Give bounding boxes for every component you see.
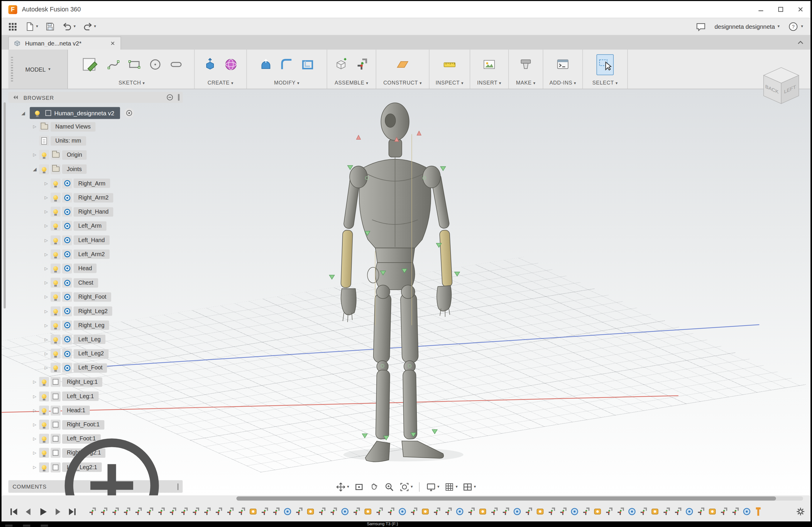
caret-down-icon[interactable]: ▾ [474, 485, 476, 489]
fillet-button[interactable] [278, 54, 295, 75]
timeline-op-joint[interactable] [662, 507, 671, 516]
tree-item-left-arm2[interactable]: ▷Left_Arm2 [8, 247, 186, 261]
tree-item-left-leg2[interactable]: ▷Left_Leg2 [8, 346, 186, 361]
expand-arrow-icon[interactable]: ▷ [30, 380, 39, 384]
timeline-op-capture[interactable] [478, 507, 487, 516]
timeline-op-joint[interactable] [719, 507, 728, 516]
new-component-button[interactable] [332, 54, 350, 75]
close-button[interactable] [791, 3, 811, 16]
joint-button[interactable] [353, 54, 371, 75]
circle2p-button[interactable] [146, 54, 164, 75]
timeline-op-orbit[interactable] [340, 507, 350, 516]
ribbon-menu-modify[interactable]: MODIFY▾ [247, 80, 327, 86]
tree-item-left-hand[interactable]: ▷Left_Hand [8, 233, 186, 247]
timeline-op-joint[interactable] [432, 507, 441, 516]
caret-down-icon[interactable]: ▾ [74, 25, 76, 29]
caret-down-icon[interactable]: ▾ [437, 485, 439, 489]
timeline-op-capture[interactable] [650, 507, 660, 516]
expand-arrow-icon[interactable]: ▷ [30, 394, 39, 398]
joint-origin-icon[interactable] [62, 306, 72, 316]
visibility-bulb-icon[interactable] [51, 221, 61, 231]
timeline-op-orbit[interactable] [283, 507, 292, 516]
collapse-panel-icon[interactable] [12, 93, 19, 101]
comment-icon[interactable] [696, 22, 706, 32]
select-button[interactable] [596, 54, 614, 75]
collapse-arrow-icon[interactable]: ◢ [30, 167, 39, 172]
ribbon-menu-make[interactable]: MAKE▾ [509, 80, 543, 86]
tab-close-icon[interactable] [109, 40, 116, 47]
joint-origin-icon[interactable] [62, 221, 72, 231]
timeline-op-orbit[interactable] [570, 507, 579, 516]
collapse-arrow-icon[interactable]: ◢ [19, 110, 28, 116]
expand-arrow-icon[interactable]: ▷ [42, 295, 50, 299]
press-pull-button[interactable] [257, 54, 275, 75]
caret-down-icon[interactable]: ▾ [36, 25, 38, 29]
timeline-op-capture[interactable] [708, 507, 717, 516]
extrude-button[interactable] [202, 54, 219, 75]
workspace-switcher[interactable]: MODEL ▾ [8, 49, 68, 89]
tree-root-item[interactable]: ◢ Human_designneta v2 [19, 107, 134, 119]
timeline-op-capture[interactable] [306, 507, 315, 516]
tree-item-right-foot[interactable]: ▷Right_Foot [8, 290, 186, 304]
expand-arrow-icon[interactable]: ▷ [30, 451, 39, 455]
visibility-bulb-icon[interactable] [51, 179, 61, 188]
caret-down-icon[interactable]: ▾ [455, 485, 458, 489]
joint-origin-icon[interactable] [62, 321, 72, 330]
visibility-bulb-icon[interactable] [32, 108, 42, 118]
expand-arrow-icon[interactable]: ▷ [30, 437, 39, 441]
slot-button[interactable] [167, 54, 185, 75]
view-cube[interactable]: BACK LEFT [756, 62, 807, 108]
timeline-settings-gear-icon[interactable] [795, 507, 806, 517]
timeline-op-joint[interactable] [122, 507, 131, 516]
visibility-bulb-icon[interactable] [51, 193, 61, 202]
display-settings-button[interactable]: ▾ [426, 482, 439, 493]
visibility-bulb-icon[interactable] [39, 462, 49, 472]
timeline-op-marker[interactable] [754, 507, 763, 516]
tree-item-left-foot[interactable]: ▷Left_Foot [8, 361, 186, 375]
timeline-op-joint[interactable] [558, 507, 568, 516]
add-comment-icon[interactable] [51, 424, 173, 497]
timeline-op-joint[interactable] [444, 507, 453, 516]
collapse-all-icon[interactable] [166, 93, 174, 101]
timeline-op-joint[interactable] [202, 507, 212, 516]
timeline-op-joint[interactable] [294, 507, 304, 516]
activate-component-radio[interactable] [125, 108, 134, 118]
zoom-fit-button[interactable]: ▾ [399, 482, 413, 493]
visibility-bulb-icon[interactable] [39, 448, 49, 458]
tree-item-left-leg[interactable]: ▷Left_Leg [8, 332, 186, 346]
expand-arrow-icon[interactable]: ▷ [42, 181, 50, 186]
visibility-bulb-icon[interactable] [39, 150, 49, 160]
file-button[interactable]: ▾ [25, 22, 38, 32]
visibility-bulb-icon[interactable] [51, 292, 61, 302]
tree-item-units-mm[interactable]: Units: mm [8, 134, 186, 148]
collapse-toolbar-icon[interactable] [796, 38, 805, 47]
visibility-bulb-icon[interactable] [39, 391, 49, 401]
expand-arrow-icon[interactable]: ▷ [30, 125, 39, 129]
tree-item-right-leg2[interactable]: ▷Right_Leg2 [8, 304, 186, 318]
visibility-bulb-icon[interactable] [51, 207, 61, 217]
joint-origin-icon[interactable] [62, 250, 72, 259]
timeline-op-joint[interactable] [317, 507, 327, 516]
tree-item-right-arm2[interactable]: ▷Right_Arm2 [8, 190, 186, 204]
ribbon-menu-inspect[interactable]: INSPECT▾ [430, 80, 470, 86]
caret-down-icon[interactable]: ▾ [411, 485, 413, 489]
timeline-op-orbit[interactable] [512, 507, 522, 516]
timeline-op-joint[interactable] [225, 507, 235, 516]
timeline-op-joint[interactable] [133, 507, 143, 516]
expand-arrow-icon[interactable]: ▷ [42, 323, 50, 328]
make-print-button[interactable] [517, 54, 535, 75]
zoom-in-button[interactable] [384, 482, 394, 493]
tree-item-head-1[interactable]: ▷Head:1 [8, 403, 186, 417]
expand-arrow-icon[interactable]: ▷ [42, 224, 50, 228]
hand-button[interactable] [369, 482, 380, 493]
timeline-op-joint[interactable] [237, 507, 246, 516]
timeline-op-joint[interactable] [111, 507, 120, 516]
timeline-op-joint[interactable] [547, 507, 556, 516]
visibility-bulb-icon[interactable] [51, 250, 61, 259]
skip-end-button[interactable] [66, 505, 78, 517]
timeline-op-joint[interactable] [673, 507, 683, 516]
joint-origin-icon[interactable] [62, 348, 72, 359]
timeline-op-joint[interactable] [329, 507, 338, 516]
panel-resize-grip[interactable] [178, 94, 179, 101]
timeline-op-joint[interactable] [352, 507, 361, 516]
